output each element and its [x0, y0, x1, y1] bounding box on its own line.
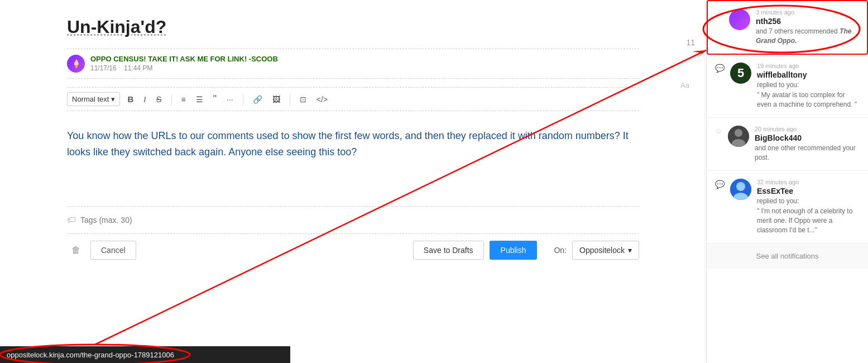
see-all-notifications-button[interactable]: See all notifications — [707, 243, 868, 269]
blog-label: Oppositelock — [579, 246, 625, 255]
notification-quote-2: " My avatar is too complex for even a ma… — [757, 90, 860, 109]
notification-avatar-3 — [728, 126, 749, 147]
notification-content-1: 3 minutes ago nth256 and 7 others recomm… — [756, 9, 859, 46]
notification-time-3: 20 minutes ago — [755, 126, 860, 132]
delete-button[interactable]: 🗑 — [67, 242, 85, 258]
chevron-down-icon: ▾ — [111, 95, 115, 103]
notification-avatar-1 — [729, 9, 750, 30]
italic-button[interactable]: I — [141, 93, 148, 105]
original-post-time: 11:44 PM — [124, 64, 152, 72]
notification-avatar-2: 5 — [730, 63, 751, 84]
star-icon-1[interactable]: ☆ — [716, 10, 723, 19]
notification-text-3: and one other recommended your post. — [755, 144, 860, 163]
text-style-label: Normal text — [72, 95, 109, 103]
tags-row: 🏷 — [67, 206, 639, 233]
post-count: 11 — [686, 38, 695, 47]
notification-username-2[interactable]: wiffleballtony — [757, 70, 860, 79]
notification-time-2: 19 minutes ago — [757, 63, 860, 69]
blog-select-dropdown[interactable]: Oppositelock ▾ — [572, 241, 639, 260]
status-bar-url: oppositelock.kinja.com/the-grand-oppo-17… — [7, 351, 174, 359]
notification-item-3[interactable]: ☆ 20 minutes ago BigBlock440 and one oth… — [707, 118, 868, 171]
notification-item-2[interactable]: 💬 5 19 minutes ago wiffleballtony replie… — [707, 55, 868, 118]
comment-icon-2: 💬 — [715, 64, 725, 73]
editor-toolbar: Normal text ▾ B I S ≡ ☰ " ··· 🔗 🖼 ⊡ </> — [67, 87, 639, 111]
status-bar: oppositelock.kinja.com/the-grand-oppo-17… — [0, 346, 290, 363]
star-icon-3[interactable]: ☆ — [715, 127, 722, 136]
on-label: On: — [554, 246, 567, 255]
post-title[interactable]: Un-Kinja'd? — [67, 17, 639, 37]
notification-quote-4: " I'm not enough of a celebrity to merit… — [757, 207, 860, 235]
notification-item-4[interactable]: 💬 32 minutes ago EssExTee replied to you… — [707, 171, 868, 243]
publish-button[interactable]: Publish — [490, 241, 538, 260]
notification-item-1[interactable]: ☆ 3 minutes ago nth256 and 7 others reco… — [707, 0, 868, 55]
notification-text-2: replied to you: — [757, 80, 860, 90]
quote-icon[interactable]: " — [210, 92, 219, 106]
notification-time-1: 3 minutes ago — [756, 9, 859, 16]
cancel-button[interactable]: Cancel — [90, 241, 136, 260]
strikethrough-button[interactable]: S — [153, 93, 164, 105]
notification-avatar-4 — [730, 179, 751, 200]
blog-dropdown-chevron: ▾ — [628, 246, 632, 255]
original-post-date: 11/17/16 — [90, 64, 117, 72]
save-drafts-button[interactable]: Save to Drafts — [413, 241, 484, 260]
original-post-title[interactable]: OPPO CENSUS! TAKE IT! ASK ME FOR LINK! -… — [90, 55, 639, 63]
toolbar-divider-2 — [243, 94, 243, 105]
unordered-list-icon[interactable]: ≡ — [179, 94, 189, 105]
action-bar: 🗑 Cancel Save to Drafts Publish On: Oppo… — [67, 233, 639, 266]
notification-content-2: 19 minutes ago wiffleballtony replied to… — [757, 63, 860, 109]
original-post-info: OPPO CENSUS! TAKE IT! ASK ME FOR LINK! -… — [90, 55, 639, 72]
toolbar-divider-1 — [171, 94, 172, 105]
notification-text-4: replied to you: — [757, 197, 860, 206]
text-style-dropdown[interactable]: Normal text ▾ — [67, 92, 120, 106]
more-icon[interactable]: ··· — [224, 94, 236, 105]
notification-time-4: 32 minutes ago — [757, 179, 860, 185]
toolbar-divider-3 — [290, 94, 290, 105]
original-post-avatar: 🍦 — [67, 55, 85, 73]
image-icon[interactable]: 🖼 — [270, 94, 283, 105]
svg-point-1 — [735, 129, 742, 137]
notification-content-4: 32 minutes ago EssExTee replied to you: … — [757, 179, 860, 235]
notification-content-3: 20 minutes ago BigBlock440 and one other… — [755, 126, 860, 163]
notifications-panel: ☆ 3 minutes ago nth256 and 7 others reco… — [706, 0, 868, 363]
bold-button[interactable]: B — [124, 93, 136, 105]
tags-input[interactable] — [80, 216, 639, 225]
link-icon[interactable]: 🔗 — [250, 94, 265, 105]
bookmark-icon[interactable]: ⊡ — [297, 94, 309, 105]
code-icon[interactable]: </> — [314, 94, 330, 105]
notification-username-4[interactable]: EssExTee — [757, 187, 860, 195]
editor-body[interactable]: You know how the URLs to our comments us… — [67, 117, 639, 206]
notification-username-3[interactable]: BigBlock440 — [755, 133, 860, 142]
ordered-list-icon[interactable]: ☰ — [193, 94, 206, 105]
original-post-meta: 11/17/16 11:44 PM — [90, 64, 639, 72]
comment-icon-4: 💬 — [715, 180, 725, 189]
original-post-reference: 🍦 OPPO CENSUS! TAKE IT! ASK ME FOR LINK!… — [67, 49, 639, 79]
tag-icon: 🏷 — [67, 215, 76, 225]
notification-text-1: and 7 others recommended The Grand Oppo. — [756, 27, 859, 46]
notification-username-1[interactable]: nth256 — [756, 17, 859, 26]
author-label: Aa — [680, 81, 689, 89]
svg-point-4 — [736, 182, 745, 191]
